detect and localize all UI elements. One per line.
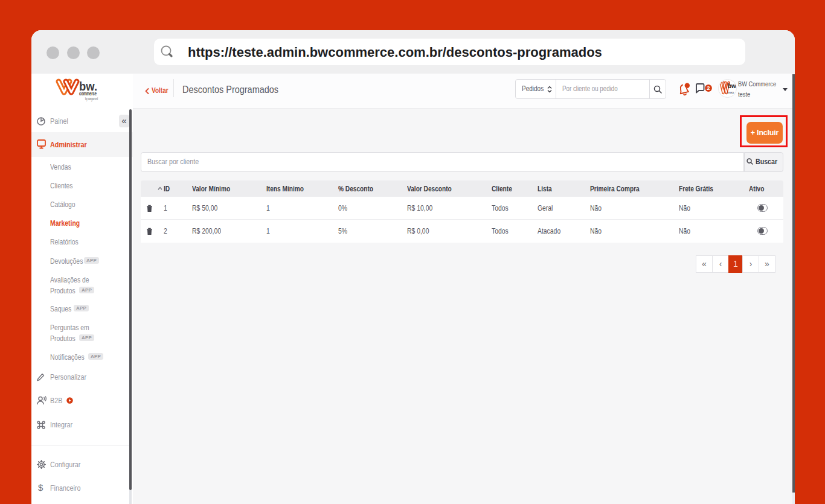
- svg-text:2: 2: [707, 85, 710, 91]
- svg-text:commerce: commerce: [79, 91, 97, 97]
- svg-text:bw.: bw.: [728, 83, 737, 89]
- svg-text:ynxy: ynxy: [727, 91, 734, 94]
- svg-text:by wagazord: by wagazord: [85, 97, 98, 101]
